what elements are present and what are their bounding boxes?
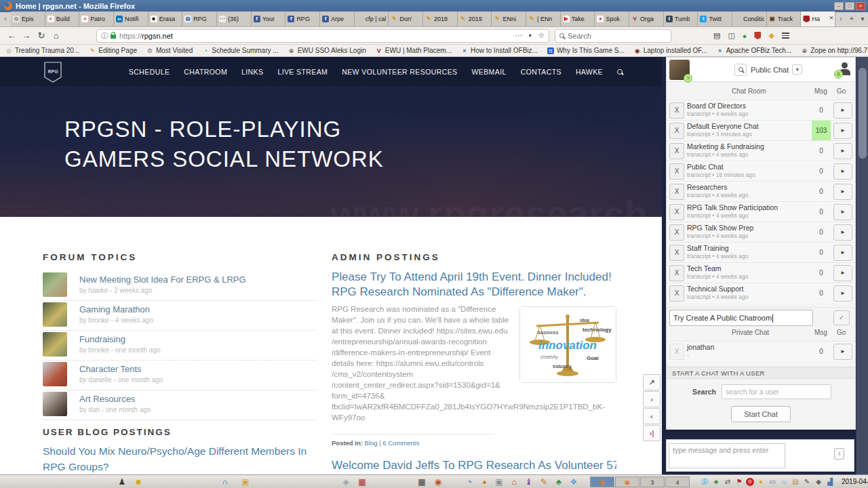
clipboard-icon[interactable]: ▤ [791,476,800,488]
creature-icon[interactable]: ❖ [568,476,579,488]
reload-button[interactable]: ↻ [34,30,49,41]
go-button[interactable]: ► [833,204,852,220]
browser-tab[interactable]: ▤ RPG × [182,12,217,26]
leaf-icon[interactable]: ♣ [553,476,564,488]
leave-room-button[interactable]: X [669,123,684,139]
chat-room-name[interactable]: Default Everyone Chat [687,122,759,130]
chart-icon[interactable]: ▟ [825,476,835,488]
leave-room-button[interactable]: X [669,184,684,200]
chat-room-name[interactable]: RPG Talk Show Participation [687,203,778,211]
browser-tab[interactable]: f Your × [252,12,286,26]
window-titlebar[interactable]: Home | rpgsn.net - Mozilla Firefox – □ × [0,0,868,12]
chat-room-name[interactable]: Technical Support [687,285,748,293]
home-button[interactable]: ⌂ [49,30,64,41]
workspace-cell[interactable]: ◉ [615,476,639,487]
go-button[interactable]: ► [833,285,852,302]
user-icon[interactable]: ☺ [779,476,789,488]
site-menu-item[interactable]: SCHEDULE [129,68,170,76]
go-button[interactable]: ► [833,224,852,241]
scrollbar-thumb[interactable] [859,68,867,159]
chat-room-name[interactable]: Researchers [687,183,748,191]
browser-tab[interactable]: ▶ Take × [561,12,595,26]
browser-tab[interactable]: ◍ Epis × [11,12,45,26]
truck-icon[interactable]: ◆ [814,476,823,488]
go-button[interactable]: ► [833,143,852,159]
forum-topic-item[interactable]: Character Tents by danielle - one month … [43,361,317,390]
close-button[interactable]: × [856,2,865,10]
leave-room-button[interactable]: X [669,163,684,180]
popout-button[interactable]: ↗ [643,374,660,390]
back-button[interactable]: ← [4,30,19,41]
create-chatroom-input[interactable]: Try Create A Public Chatroom [669,310,813,326]
leave-room-button[interactable]: X [669,285,684,302]
paint-icon[interactable]: ✎ [538,476,549,488]
rpg-logo[interactable]: RPG [43,61,62,83]
browser-tab[interactable]: ✎ | ENn × [526,12,561,26]
bookmark-item[interactable]: ⊕ EWU SSO Aleks Login [288,47,366,54]
tab-scroll-left-icon[interactable]: ‹ [0,12,11,26]
app-dark-icon[interactable]: ♟ [117,476,127,488]
browser-tab[interactable]: ● Build × [45,12,80,26]
projectlibre-icon[interactable]: ▦ [357,476,368,488]
page-actions-icon[interactable]: ⋯ [515,31,522,40]
adblock-icon[interactable]: ● [743,32,747,40]
chat-room-name[interactable]: Staff Training [687,244,748,252]
go-button[interactable]: ► [833,184,852,200]
chat-room-meta[interactable]: transcript • 4 weeks ago [687,293,748,300]
site-menu-item[interactable]: CHATROOM [184,68,227,76]
chat-search-button[interactable] [734,64,747,76]
browser-tab[interactable]: ● Spok × [595,12,629,26]
leave-room-button[interactable]: X [669,265,684,281]
go-button[interactable]: ► [833,265,852,281]
workspace-cell[interactable]: 4 [665,476,690,487]
browser-tab[interactable]: ● Patro × [79,12,114,26]
maximize-button[interactable]: □ [845,2,854,10]
panel-collapse-button[interactable]: ›| [643,425,660,441]
arrows-icon[interactable]: ⇄ [723,476,732,488]
forum-topic-item[interactable]: Fundraising by brooke - one month ago [43,331,317,361]
site-menu-item[interactable]: LINKS [241,68,263,76]
browser-tab[interactable]: t Tumb × [664,12,698,26]
chat-room-meta[interactable]: transcript • 4 weeks ago [687,192,748,199]
go-button[interactable]: ► [833,163,852,180]
leave-room-button[interactable]: X [669,143,684,159]
skype-icon[interactable]: Ⓢ [700,476,709,488]
diamond-icon[interactable]: ◈ [340,476,351,488]
chat-room-meta[interactable]: transcript • 4 weeks ago [687,110,748,117]
chat-room-name[interactable]: Board Of Directors [687,102,748,110]
confirm-create-button[interactable]: ✓ [833,310,850,325]
zero-badge[interactable]: 0 [746,478,754,486]
browser-tab[interactable]: ✎ 2018 × [423,12,458,26]
new-tab-button[interactable]: + [846,12,857,26]
admin-post-title[interactable]: Please Try To Attend April 19th Event. D… [332,270,616,300]
forum-topic-title[interactable]: Fundraising [79,334,161,344]
firefox-icon[interactable]: ◕ [479,476,490,488]
go-button[interactable]: ► [833,123,852,139]
shield-icon[interactable] [754,32,761,39]
forum-topic-item[interactable]: New Meeting Slot Idea For ERPG & LRPG by… [43,271,317,301]
workspace-cell[interactable]: ◉ [590,476,614,487]
camera-icon[interactable]: ▣ [494,476,505,488]
workspace-cell[interactable]: 3 [640,476,665,487]
browser-tab[interactable]: f Arpe × [320,12,355,26]
tab-scroll-right-icon[interactable]: › [835,12,846,26]
tab-close-icon[interactable]: × [829,14,833,22]
bookmark-item[interactable]: π Why Is This Game S... [547,47,625,54]
forum-topic-title[interactable]: Character Tents [79,364,163,374]
panel-next-button[interactable]: › [643,391,660,407]
bookmark-star-icon[interactable]: ☆ [538,31,545,40]
browser-tab[interactable]: V Orga × [629,12,664,26]
bookmark-item[interactable]: ⚙ Most Visited [146,47,193,54]
bookmark-item[interactable]: ◔ Schedule Summary ... [202,47,278,54]
next-post-title[interactable]: Welcome David Jeffs To RPG Research As V… [332,458,616,473]
chat-room-meta[interactable]: transcript • 4 weeks ago [687,273,748,280]
chat-room-meta[interactable]: transcript • 16 minutes ago [687,171,755,178]
pen-icon[interactable]: ✎ [802,476,812,488]
chat-room-meta[interactable]: transcript • 3 minutes ago [687,131,759,138]
home-icon[interactable]: ⌂ [509,476,519,488]
bookmark-item[interactable]: V EWU | Math Placem... [376,47,452,54]
library-icon[interactable]: ▤ [713,31,720,40]
site-search-icon[interactable] [617,69,623,75]
go-button[interactable]: ► [833,245,852,261]
bookmark-item[interactable]: ◍ Treating Trauma 20... [5,47,79,54]
